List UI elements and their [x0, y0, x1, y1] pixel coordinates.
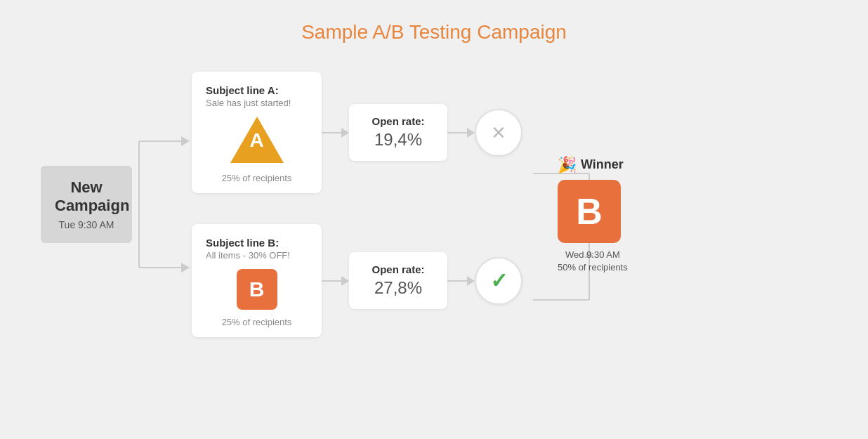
winner-area: 🎉 Winner B Wed 9:30 AM 50% of recipients	[522, 135, 628, 274]
triangle-a-wrapper: A	[230, 117, 284, 163]
winner-time-text: Wed 9:30 AM	[565, 249, 620, 260]
arrow-a1-head	[341, 128, 349, 138]
arrow-b2-head	[467, 276, 475, 286]
winner-icon: 🎉	[558, 156, 577, 174]
arrow-b1	[322, 276, 349, 286]
winner-letter: B	[576, 190, 603, 232]
diagram: New Campaign Tue 9:30 AM Subject line A:	[41, 72, 827, 337]
open-rate-a-box: Open rate: 19,4%	[349, 104, 447, 161]
campaign-time: Tue 9:30 AM	[55, 219, 118, 230]
x-mark-icon: ✕	[491, 124, 506, 142]
arrow-a2	[447, 128, 475, 138]
subject-b-card: Subject line B: All items - 30% OFF! B 2…	[192, 224, 322, 337]
winner-square-icon: B	[558, 180, 621, 243]
open-rate-a-label: Open rate:	[364, 115, 432, 127]
square-b-small-icon: B	[237, 269, 277, 310]
winner-label-row: 🎉 Winner	[558, 156, 628, 174]
check-mark-icon: ✓	[490, 270, 508, 291]
arrow-b2	[447, 276, 475, 286]
campaign-title: New Campaign	[55, 178, 118, 216]
result-a-circle: ✕	[475, 109, 522, 157]
subject-a-recipients: 25% of recipients	[206, 173, 308, 183]
arrow-a2-head	[467, 128, 475, 138]
subject-a-text: Sale has just started!	[206, 98, 308, 108]
arrow-b1-line	[322, 280, 341, 282]
subject-b-recipients: 25% of recipients	[206, 317, 308, 327]
open-rate-b-value: 27,8%	[364, 278, 432, 298]
subject-a-card: Subject line A: Sale has just started! A…	[192, 72, 322, 193]
arrow-a2-line	[447, 132, 467, 133]
arrow-b1-head	[341, 276, 349, 286]
subject-b-label: Subject line B:	[206, 237, 308, 249]
path-a-row: Subject line A: Sale has just started! A…	[192, 72, 522, 193]
path-b-row: Subject line B: All items - 30% OFF! B 2…	[192, 224, 522, 337]
winner-section: 🎉 Winner B Wed 9:30 AM 50% of recipients	[558, 156, 628, 274]
arrow-a1-line	[322, 132, 341, 133]
arrow-a1	[322, 128, 349, 138]
fork-connector	[132, 103, 192, 306]
triangle-a-icon: A	[230, 117, 284, 163]
subject-b-text: All items - 30% OFF!	[206, 250, 308, 261]
open-rate-b-box: Open rate: 27,8%	[349, 252, 447, 309]
arrow-b2-line	[447, 280, 467, 282]
svg-marker-5	[181, 263, 190, 273]
subject-a-label: Subject line A:	[206, 84, 308, 96]
winner-time: Wed 9:30 AM 50% of recipients	[558, 249, 628, 274]
open-rate-a-value: 19,4%	[364, 130, 432, 150]
page-wrapper: Sample A/B Testing Campaign New Campaign…	[0, 0, 868, 439]
winner-label-text: Winner	[581, 157, 624, 172]
svg-marker-4	[181, 136, 190, 146]
open-rate-b-label: Open rate:	[364, 263, 432, 275]
page-title: Sample A/B Testing Campaign	[301, 21, 567, 44]
letter-a: A	[244, 129, 270, 152]
letter-b-small: B	[249, 277, 265, 301]
campaign-box: New Campaign Tue 9:30 AM	[41, 166, 132, 244]
result-b-circle: ✓	[475, 257, 522, 305]
winner-recipients: 50% of recipients	[558, 262, 628, 273]
ab-rows: Subject line A: Sale has just started! A…	[192, 72, 522, 337]
